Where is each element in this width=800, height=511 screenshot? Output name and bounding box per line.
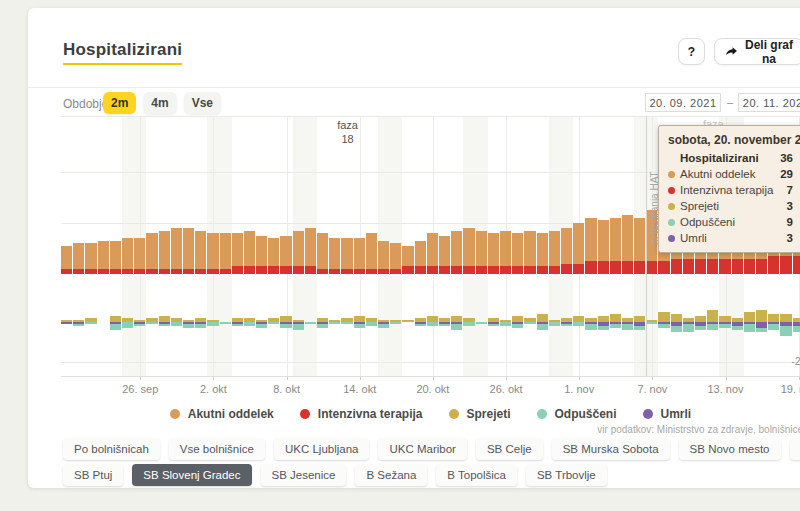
bar-akutni-oddelek[interactable] [61, 246, 72, 269]
bar-intenzivna-terapija[interactable] [707, 259, 718, 274]
bar-intenzivna-terapija[interactable] [390, 269, 401, 274]
bar-odpusceni[interactable] [415, 324, 426, 326]
bar-odpusceni[interactable] [244, 322, 255, 326]
bar-akutni-oddelek[interactable] [329, 238, 340, 269]
bar-odpusceni[interactable] [280, 324, 291, 328]
bar-akutni-oddelek[interactable] [110, 241, 121, 269]
bar-akutni-oddelek[interactable] [634, 218, 645, 261]
bar-akutni-oddelek[interactable] [354, 238, 365, 269]
bar-akutni-oddelek[interactable] [598, 220, 609, 261]
bar-odpusceni[interactable] [646, 322, 657, 324]
bar-intenzivna-terapija[interactable] [634, 261, 645, 274]
bar-odpusceni[interactable] [134, 324, 145, 326]
bar-odpusceni[interactable] [451, 324, 462, 330]
bar-odpusceni[interactable] [341, 322, 352, 324]
bar-intenzivna-terapija[interactable] [500, 266, 511, 274]
bar-intenzivna-terapija[interactable] [183, 269, 194, 274]
bar-akutni-oddelek[interactable] [280, 236, 291, 267]
bar-akutni-oddelek[interactable] [488, 233, 499, 266]
bar-intenzivna-terapija[interactable] [341, 269, 352, 274]
bar-akutni-oddelek[interactable] [537, 233, 548, 266]
facility-button-sb-trbovlje[interactable]: SB Trbovlje [526, 464, 607, 486]
bar-akutni-oddelek[interactable] [378, 241, 389, 269]
facility-button-b-sežana[interactable]: B Sežana [355, 464, 427, 486]
bar-akutni-oddelek[interactable] [512, 233, 523, 266]
bar-odpusceni[interactable] [719, 324, 730, 328]
bar-odpusceni[interactable] [183, 324, 194, 328]
bar-intenzivna-terapija[interactable] [732, 259, 743, 274]
facility-button-ukc-ljubljana[interactable]: UKC Ljubljana [274, 438, 370, 460]
bar-odpusceni[interactable] [622, 324, 633, 330]
bar-intenzivna-terapija[interactable] [134, 269, 145, 274]
bar-intenzivna-terapija[interactable] [366, 269, 377, 274]
bar-odpusceni[interactable] [232, 324, 243, 326]
bar-sprejeti[interactable] [707, 310, 718, 322]
bar-odpusceni[interactable] [256, 324, 267, 328]
bar-odpusceni[interactable] [146, 322, 157, 324]
bar-akutni-oddelek[interactable] [439, 236, 450, 267]
bar-akutni-oddelek[interactable] [256, 236, 267, 267]
bar-intenzivna-terapija[interactable] [744, 259, 755, 274]
bar-intenzivna-terapija[interactable] [463, 266, 474, 274]
bar-odpusceni[interactable] [268, 322, 279, 324]
bar-intenzivna-terapija[interactable] [658, 261, 669, 274]
bar-intenzivna-terapija[interactable] [280, 266, 291, 274]
bar-intenzivna-terapija[interactable] [537, 266, 548, 274]
bar-odpusceni[interactable] [378, 324, 389, 328]
bar-odpusceni[interactable] [463, 322, 474, 326]
bar-odpusceni[interactable] [500, 322, 511, 326]
bar-sprejeti[interactable] [744, 312, 755, 322]
bar-akutni-oddelek[interactable] [122, 238, 133, 269]
bar-akutni-oddelek[interactable] [159, 231, 170, 269]
bar-intenzivna-terapija[interactable] [585, 261, 596, 274]
facility-button-b-topolšica[interactable]: B Topolšica [436, 464, 517, 486]
bar-intenzivna-terapija[interactable] [220, 269, 231, 274]
bar-intenzivna-terapija[interactable] [756, 259, 767, 274]
bar-akutni-oddelek[interactable] [244, 231, 255, 267]
facility-button-sb-ptuj[interactable]: SB Ptuj [63, 464, 123, 486]
bar-intenzivna-terapija[interactable] [646, 261, 657, 274]
legend-item[interactable]: Akutni oddelek [170, 407, 274, 421]
bar-odpusceni[interactable] [427, 322, 438, 326]
bar-odpusceni[interactable] [780, 326, 791, 336]
bar-intenzivna-terapija[interactable] [598, 261, 609, 274]
bar-odpusceni[interactable] [390, 322, 401, 324]
bar-akutni-oddelek[interactable] [402, 246, 413, 266]
bar-akutni-oddelek[interactable] [134, 238, 145, 269]
bar-akutni-oddelek[interactable] [476, 231, 487, 267]
bar-intenzivna-terapija[interactable] [719, 259, 730, 274]
bar-intenzivna-terapija[interactable] [305, 266, 316, 274]
bar-intenzivna-terapija[interactable] [98, 269, 109, 274]
facility-button-sb-slovenj-gradec[interactable]: SB Slovenj Gradec [132, 464, 251, 486]
facility-button-uk-golnik[interactable]: UK Golnik [790, 438, 800, 460]
bar-odpusceni[interactable] [610, 324, 621, 328]
bar-akutni-oddelek[interactable] [268, 238, 279, 266]
bar-intenzivna-terapija[interactable] [146, 269, 157, 274]
bar-akutni-oddelek[interactable] [293, 231, 304, 267]
bar-odpusceni[interactable] [207, 322, 218, 326]
bar-akutni-oddelek[interactable] [427, 233, 438, 266]
bar-odpusceni[interactable] [598, 326, 609, 330]
bar-intenzivna-terapija[interactable] [232, 266, 243, 274]
bar-odpusceni[interactable] [317, 324, 328, 328]
bar-odpusceni[interactable] [756, 328, 767, 332]
bar-akutni-oddelek[interactable] [220, 233, 231, 269]
bar-sprejeti[interactable] [768, 314, 779, 322]
bar-intenzivna-terapija[interactable] [427, 266, 438, 274]
bar-odpusceni[interactable] [512, 324, 523, 328]
bar-odpusceni[interactable] [537, 324, 548, 330]
bar-odpusceni[interactable] [366, 322, 377, 326]
bar-intenzivna-terapija[interactable] [159, 269, 170, 274]
bar-sprejeti[interactable] [610, 314, 621, 322]
bar-odpusceni[interactable] [732, 326, 743, 330]
bar-akutni-oddelek[interactable] [573, 223, 584, 264]
bar-odpusceni[interactable] [524, 322, 535, 324]
bar-akutni-oddelek[interactable] [549, 231, 560, 267]
bar-odpusceni[interactable] [85, 322, 96, 324]
bar-akutni-oddelek[interactable] [85, 243, 96, 269]
bar-intenzivna-terapija[interactable] [573, 264, 584, 274]
bar-odpusceni[interactable] [73, 324, 84, 326]
facility-button-vse-bolnišnice[interactable]: Vse bolnišnice [169, 438, 265, 460]
bar-akutni-oddelek[interactable] [232, 233, 243, 266]
bar-akutni-oddelek[interactable] [317, 233, 328, 269]
